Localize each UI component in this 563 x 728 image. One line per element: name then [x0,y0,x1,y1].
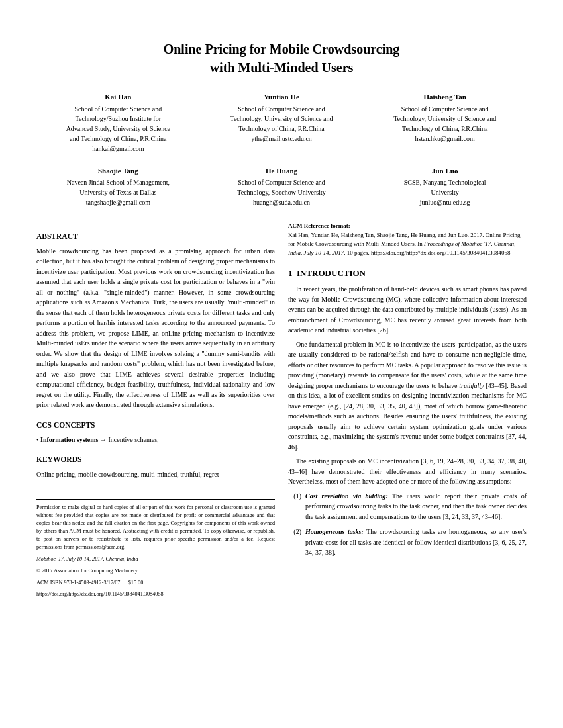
affil-6: SCSE, Nanyang TechnologicalUniversity [404,179,486,196]
ccs-bullet: • Information systems → Incentive scheme… [36,436,159,443]
author-name-4: Shaojie Tang [42,165,195,177]
author-jun-luo: Jun Luo SCSE, Nanyang TechnologicalUnive… [363,165,527,208]
abstract-heading: ABSTRACT [36,231,275,243]
author-name-5: He Huang [205,165,358,177]
authors-row1: Kai Han School of Computer Science andTe… [36,91,527,154]
authors-row2: Shaojie Tang Naveen Jindal School of Man… [36,165,527,208]
affil-5: School of Computer Science andTechnology… [237,179,325,196]
author-name-1: Kai Han [42,91,195,103]
affil-1: School of Computer Science andTechnology… [66,105,170,142]
title-line2: with Multi-Minded Users [210,60,354,75]
list-text-1: Cost revelation via bidding: The users w… [305,491,527,522]
author-name-3: Haisheng Tan [368,91,521,103]
intro-para-3: The existing proposals on MC incentiviza… [288,456,527,487]
author-yuntian-he: Yuntian He School of Computer Science an… [200,91,364,154]
right-column: ACM Reference format: Kai Han, Yuntian H… [288,222,527,602]
footer-note: Permission to make digital or hard copie… [36,499,275,598]
footer-isbn: ACM ISBN 978-1-4503-4912-3/17/07. . . $1… [36,579,275,587]
author-haisheng-tan: Haisheng Tan School of Computer Science … [363,91,527,154]
author-name-6: Jun Luo [368,165,521,177]
footer-doi: https://doi.org/http://dx.doi.org/10.114… [36,590,275,598]
title-line1: Online Pricing for Mobile Crowdsourcing [164,42,400,56]
footer-copyright: © 2017 Association for Computing Machine… [36,567,275,575]
list-text-2: Homogeneous tasks: The crowdsourcing tas… [305,527,527,558]
email-1: hankai@gmail.com [92,145,144,152]
email-4: tangshaojie@gmail.com [86,199,150,206]
footer-line-1: Permission to make digital or hard copie… [36,504,275,551]
affil-3: School of Computer Science andTechnology… [393,105,496,132]
email-2: ythe@mail.ustc.edu.cn [251,135,312,142]
email-5: huangh@suda.edu.cn [253,199,310,206]
intro-para-2: One fundamental problem in MC is to ince… [288,340,527,453]
email-3: hstan.hku@gmail.com [415,135,475,142]
list-num-2: (2) [288,527,301,558]
acm-ref-heading: ACM Reference format: [288,222,350,229]
abstract-text: Mobile crowdsourcing has been proposed a… [36,246,275,410]
author-name-2: Yuntian He [205,91,358,103]
acm-reference: ACM Reference format: Kai Han, Yuntian H… [288,222,527,257]
list-item-1: (1) Cost revelation via bidding: The use… [288,491,527,522]
paper-title: Online Pricing for Mobile Crowdsourcing … [36,40,527,77]
email-6: junluo@ntu.edu.sg [420,199,470,206]
intro-title: INTRODUCTION [297,268,366,278]
author-kai-han: Kai Han School of Computer Science andTe… [36,91,200,154]
footer-conference: Mobihoc '17, July 10-14, 2017, Chennai, … [36,555,275,563]
list-item-2: (2) Homogeneous tasks: The crowdsourcing… [288,527,527,558]
main-content: ABSTRACT Mobile crowdsourcing has been p… [36,222,527,602]
intro-heading: 1 INTRODUCTION [288,267,527,280]
author-shaojie-tang: Shaojie Tang Naveen Jindal School of Man… [36,165,200,208]
keywords-heading: KEYWORDS [36,454,275,466]
left-column: ABSTRACT Mobile crowdsourcing has been p… [36,222,275,602]
list-num-1: (1) [288,491,301,522]
author-he-huang: He Huang School of Computer Science andT… [200,165,364,208]
intro-para-1: In recent years, the proliferation of ha… [288,284,527,336]
affil-2: School of Computer Science andTechnology… [230,105,333,132]
ccs-heading: CCS CONCEPTS [36,420,275,432]
keywords-content: Online pricing, mobile crowdsourcing, mu… [36,471,219,478]
intro-number: 1 [288,268,293,278]
acm-ref-text: Kai Han, Yuntian He, Haisheng Tan, Shaoj… [288,232,521,256]
ccs-item: • Information systems → Incentive scheme… [36,435,275,445]
keywords-text: Online pricing, mobile crowdsourcing, mu… [36,469,275,480]
affil-4: Naveen Jindal School of Management,Unive… [67,179,170,196]
